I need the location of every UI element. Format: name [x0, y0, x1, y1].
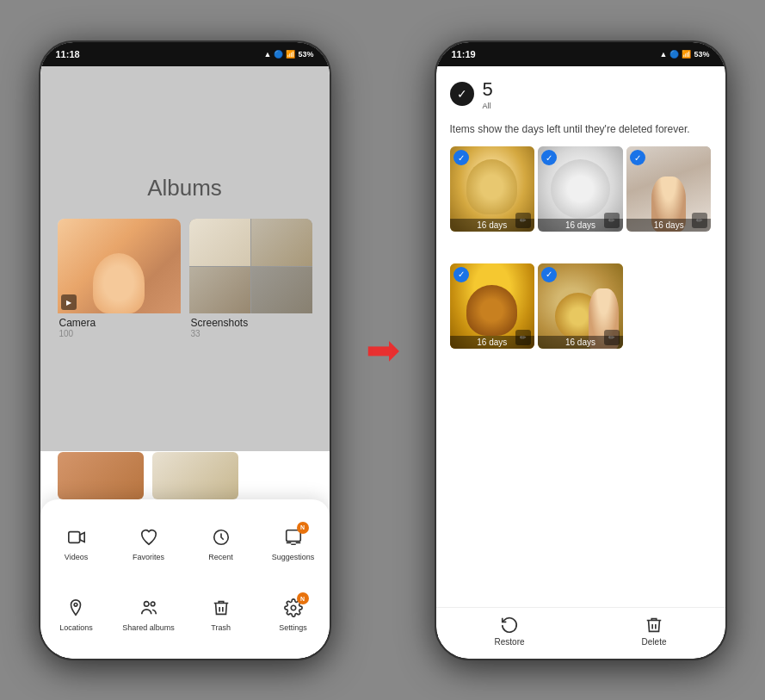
camera-count: 100	[59, 329, 179, 338]
trash-photo-5[interactable]: ✓ ✏ 16 days	[538, 263, 623, 349]
status-icons-2: ▲ 🔵 📶 53%	[660, 50, 710, 59]
trash-header: ✓ 5 All	[436, 66, 725, 117]
trash-bottom-bar: Restore Delete	[436, 607, 725, 659]
trash-photo-4[interactable]: ✓ ✏ 16 days	[450, 263, 535, 349]
shared-albums-label: Shared albums	[122, 623, 175, 632]
camera-thumb: ▶	[58, 219, 181, 313]
delete-label: Delete	[642, 637, 667, 647]
status-icons-1: ▲ 🔵 📶 53%	[264, 50, 314, 59]
clock-icon	[209, 525, 233, 549]
days-2: 16 days	[538, 219, 623, 232]
check-3: ✓	[630, 150, 645, 165]
screenshots-collage	[189, 219, 312, 313]
recent-label: Recent	[208, 553, 233, 561]
play-badge: ▶	[61, 294, 77, 310]
video-icon	[65, 525, 89, 549]
albums-grid: ▶ Camera 100	[40, 219, 330, 342]
phone1-content: Albums ▶ Camera 100	[40, 66, 330, 659]
all-label: All	[483, 102, 493, 110]
check-5: ✓	[541, 267, 557, 282]
albums-bg: Albums ▶ Camera 100	[40, 66, 330, 451]
camera-name: Camera	[59, 317, 179, 329]
select-all-button[interactable]: ✓	[450, 82, 474, 106]
screenshots-info: Screenshots 33	[189, 313, 312, 342]
delete-button[interactable]: Delete	[642, 615, 667, 647]
suggestions-badge: N	[297, 522, 309, 534]
favorites-label: Favorites	[133, 553, 164, 561]
menu-row-2: Locations	[40, 579, 330, 650]
phone-trash: 11:19 ▲ 🔵 📶 53% ✓ 5 All	[435, 40, 727, 660]
gear-icon: N	[281, 596, 305, 620]
trash-photo-3[interactable]: ✓ ✏ 16 days	[626, 146, 712, 232]
pin-icon	[64, 596, 88, 620]
trash-photo-1[interactable]: ✓ ✏ 16 days	[450, 146, 535, 232]
svg-point-7	[75, 604, 78, 607]
menu-row-1: Videos Favorites	[40, 508, 330, 579]
menu-item-trash[interactable]: Trash	[195, 596, 247, 632]
menu-item-shared-albums[interactable]: Shared albums	[122, 596, 175, 632]
direction-arrow: ➡	[366, 330, 400, 371]
settings-badge: N	[297, 592, 309, 604]
heart-icon	[137, 525, 161, 549]
screenshots-name: Screenshots	[191, 317, 311, 329]
trash-label: Trash	[211, 623, 231, 632]
trash-count: 5	[483, 78, 493, 101]
delete-icon	[644, 615, 664, 635]
menu-item-settings[interactable]: N Settings	[268, 596, 319, 632]
svg-rect-0	[68, 531, 79, 542]
partial-thumb-2	[152, 452, 238, 499]
days-3: 16 days	[626, 219, 712, 232]
phone-albums: 11:18 ▲ 🔵 📶 53% Albums	[39, 40, 331, 660]
scene: 11:18 ▲ 🔵 📶 53% Albums	[0, 0, 765, 700]
album-camera[interactable]: ▶ Camera 100	[58, 219, 181, 342]
arrow-container: ➡	[357, 330, 409, 371]
status-bar-2: 11:19 ▲ 🔵 📶 53%	[436, 42, 725, 66]
camera-info: Camera 100	[58, 313, 181, 342]
trash-photos-grid: ✓ ✏ 16 days ✓ ✏ 16 days	[436, 146, 725, 376]
bottom-menu-drawer: Videos Favorites	[40, 499, 330, 659]
people-icon	[137, 596, 161, 620]
trash-photo-2[interactable]: ✓ ✏ 16 days	[538, 146, 623, 232]
check-4: ✓	[453, 267, 469, 282]
albums-title: Albums	[147, 175, 222, 201]
suggestions-icon: N	[281, 525, 305, 549]
menu-item-locations[interactable]: Locations	[50, 596, 102, 632]
menu-item-favorites[interactable]: Favorites	[123, 525, 175, 561]
trash-subtitle: Items show the days left until they're d…	[436, 117, 725, 147]
trash-icon	[209, 596, 233, 620]
time-1: 11:18	[56, 49, 80, 59]
album-screenshots[interactable]: Screenshots 33	[189, 219, 312, 342]
phone2-screen: 11:19 ▲ 🔵 📶 53% ✓ 5 All	[436, 42, 725, 659]
locations-label: Locations	[59, 623, 93, 632]
days-5: 16 days	[538, 336, 623, 349]
svg-point-8	[144, 602, 149, 607]
check-1: ✓	[453, 150, 469, 165]
menu-item-recent[interactable]: Recent	[195, 525, 247, 561]
svg-point-9	[151, 602, 155, 606]
days-4: 16 days	[450, 336, 535, 349]
partial-thumb-1	[58, 452, 144, 499]
partial-albums-row	[40, 452, 330, 499]
phone2-content: ✓ 5 All Items show the days left until t…	[436, 66, 725, 659]
svg-point-10	[291, 606, 296, 611]
restore-icon	[499, 615, 520, 635]
menu-item-videos[interactable]: Videos	[51, 525, 102, 561]
menu-item-suggestions[interactable]: N Suggestions	[268, 525, 319, 561]
time-2: 11:19	[452, 49, 476, 59]
suggestions-label: Suggestions	[272, 553, 315, 561]
videos-label: Videos	[65, 553, 88, 561]
restore-button[interactable]: Restore	[495, 615, 525, 647]
status-bar-1: 11:18 ▲ 🔵 📶 53%	[40, 42, 330, 66]
phone1-screen: 11:18 ▲ 🔵 📶 53% Albums	[40, 42, 330, 659]
settings-label: Settings	[279, 623, 307, 632]
svg-marker-1	[79, 532, 84, 542]
screenshots-thumb	[189, 219, 312, 313]
screenshots-count: 33	[191, 329, 311, 338]
days-1: 16 days	[450, 219, 535, 232]
restore-label: Restore	[495, 637, 525, 647]
